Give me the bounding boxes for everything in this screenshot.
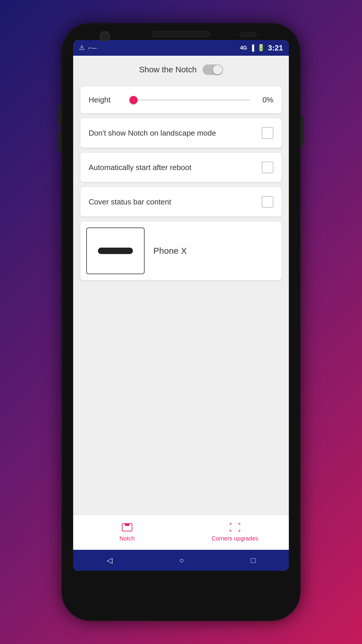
- warning-icon: ⚠: [79, 44, 85, 52]
- notch-tab-icon: [122, 523, 132, 533]
- slider-track: [129, 99, 250, 101]
- notch-bar-preview: [98, 248, 133, 254]
- phone-x-card[interactable]: Phone X: [80, 222, 282, 280]
- height-value: 0%: [256, 95, 273, 104]
- svg-rect-1: [125, 524, 129, 526]
- phone-screen: ⚠ ⌐— 4G ▐ 🔋 3:21 Show the Notch Height: [73, 40, 289, 571]
- cover-status-bar-card[interactable]: Cover status bar content: [80, 187, 282, 216]
- android-nav-bar: ◁ ○ □: [73, 550, 289, 571]
- back-button[interactable]: ◁: [107, 556, 113, 565]
- toggle-knob: [213, 65, 222, 74]
- signal-bars-icon: ▐: [250, 45, 254, 51]
- sensor: [239, 32, 257, 37]
- volume-up-button[interactable]: [58, 105, 61, 125]
- bottom-nav: Notch Corners upgrades: [73, 515, 289, 550]
- status-bar: ⚠ ⌐— 4G ▐ 🔋 3:21: [73, 40, 289, 56]
- slider-thumb[interactable]: [129, 96, 138, 104]
- signal-indicator: 4G: [240, 45, 247, 51]
- recents-button[interactable]: □: [251, 556, 256, 565]
- height-label: Height: [89, 95, 124, 104]
- cover-status-bar-checkbox[interactable]: [262, 196, 273, 208]
- auto-start-label: Automatically start after reboot: [89, 162, 262, 173]
- auto-start-checkbox[interactable]: [262, 162, 273, 173]
- power-button[interactable]: [301, 116, 304, 146]
- volume-down-button[interactable]: [58, 131, 61, 151]
- phone-x-label: Phone X: [153, 246, 187, 256]
- corners-tab-label: Corners upgrades: [212, 535, 258, 542]
- notch-tab-label: Notch: [120, 535, 135, 542]
- clock: 3:21: [268, 43, 283, 52]
- nav-item-corners[interactable]: Corners upgrades: [181, 523, 289, 542]
- show-notch-label: Show the Notch: [139, 65, 197, 74]
- height-slider[interactable]: [129, 97, 250, 103]
- landscape-mode-label: Don't show Notch on landscape mode: [89, 128, 262, 138]
- notch-status-icon: ⌐—: [88, 45, 97, 51]
- camera: [99, 31, 110, 42]
- landscape-mode-checkbox[interactable]: [262, 127, 273, 139]
- status-left: ⚠ ⌐—: [79, 44, 97, 52]
- nav-item-notch[interactable]: Notch: [73, 523, 181, 542]
- show-notch-toggle[interactable]: [203, 64, 223, 75]
- phone-outer: ⚠ ⌐— 4G ▐ 🔋 3:21 Show the Notch Height: [61, 23, 301, 621]
- battery-icon: 🔋: [257, 44, 265, 52]
- phone-top-bar: [61, 23, 301, 37]
- show-notch-toggle-row: Show the Notch: [80, 64, 282, 75]
- phone-x-preview: [86, 228, 145, 274]
- main-content: Show the Notch Height 0% Don't show Notc…: [73, 56, 289, 515]
- auto-start-card[interactable]: Automatically start after reboot: [80, 153, 282, 182]
- status-right: 4G ▐ 🔋 3:21: [240, 43, 283, 52]
- cover-status-bar-label: Cover status bar content: [89, 197, 262, 207]
- speaker: [152, 31, 210, 37]
- corners-tab-icon: [230, 523, 240, 533]
- height-card: Height 0%: [80, 87, 282, 113]
- landscape-mode-card[interactable]: Don't show Notch on landscape mode: [80, 118, 282, 148]
- home-button[interactable]: ○: [179, 556, 184, 565]
